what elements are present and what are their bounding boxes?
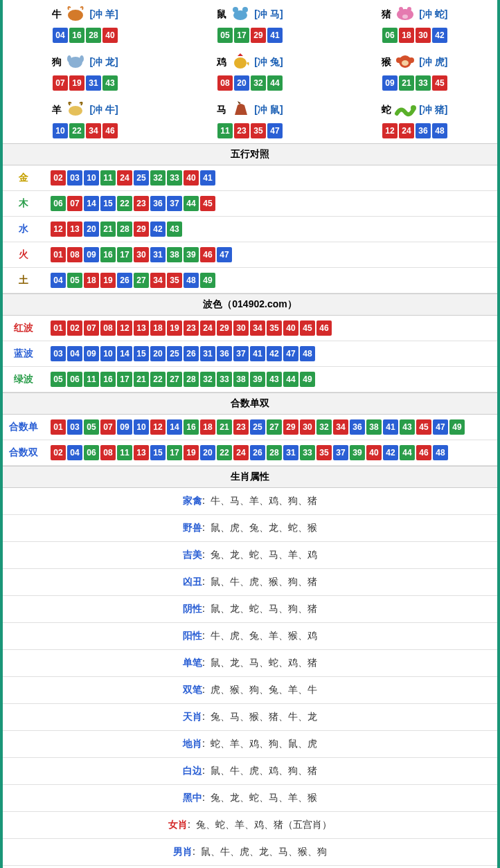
number-ball: 33 (217, 372, 232, 387)
number-ball: 13 (67, 221, 82, 237)
zodiac-conflict: [冲 羊] (89, 8, 118, 21)
zodiac-cell: 鼠 [冲 马] 05172941 (168, 0, 332, 48)
row-label: 水 (3, 217, 44, 242)
zodiac-numbers: 07193143 (3, 75, 168, 91)
number-ball: 33 (300, 445, 315, 460)
number-ball: 04 (67, 445, 82, 460)
row-label: 蓝波 (3, 341, 44, 367)
attr-label: 阴性 (183, 603, 202, 614)
number-ball: 22 (117, 196, 132, 211)
number-ball: 10 (134, 419, 149, 435)
attr-row: 野兽: 鼠、虎、兔、龙、蛇、猴 (3, 515, 497, 542)
number-ball: 06 (84, 445, 99, 460)
number-ball: 22 (217, 445, 232, 460)
attr-row: 阴性: 鼠、龙、蛇、马、狗、猪 (3, 596, 497, 623)
number-ball: 43 (400, 419, 415, 435)
number-ball: 36 (217, 346, 232, 361)
svg-point-10 (80, 55, 84, 62)
number-ball: 03 (51, 346, 66, 361)
number-ball: 43 (102, 75, 118, 91)
number-ball: 44 (267, 75, 283, 91)
number-ball: 41 (200, 170, 215, 186)
svg-point-16 (69, 106, 82, 116)
number-ball: 23 (234, 123, 249, 138)
zodiac-name: 鸡 (217, 56, 226, 69)
zodiac-name: 羊 (52, 104, 62, 116)
attr-row: 凶丑: 鼠、牛、虎、猴、狗、猪 (3, 569, 497, 596)
number-ball: 42 (432, 28, 447, 43)
zodiac-name: 鼠 (217, 8, 226, 21)
zodiac-conflict: [冲 龙] (89, 56, 118, 69)
attr-label: 吉美 (183, 549, 202, 560)
zodiac-conflict: [冲 兔] (254, 56, 283, 69)
number-ball: 45 (416, 419, 431, 435)
attr-label: 家禽 (183, 495, 202, 506)
number-ball: 34 (333, 419, 348, 435)
number-ball: 06 (67, 372, 82, 387)
attr-value: 牛、虎、兔、羊、猴、鸡 (211, 630, 317, 641)
number-ball: 33 (416, 75, 431, 91)
number-ball: 26 (117, 273, 132, 288)
svg-point-0 (68, 10, 83, 21)
rat-icon (229, 4, 251, 24)
attr-value: 兔、龙、蛇、马、羊、猴 (211, 792, 317, 803)
attr-row: 家禽: 牛、马、羊、鸡、狗、猪 (3, 488, 497, 515)
section-header-heshu: 合数单双 (3, 392, 497, 415)
number-ball: 22 (69, 123, 84, 138)
number-ball: 48 (184, 273, 199, 288)
number-ball: 16 (100, 247, 116, 262)
number-ball: 14 (167, 419, 182, 435)
attr-value: 蛇、羊、鸡、狗、鼠、虎 (211, 738, 317, 749)
number-ball: 23 (233, 419, 249, 435)
number-ball: 27 (267, 419, 282, 435)
zodiac-conflict: [冲 蛇] (419, 8, 447, 21)
number-ball: 08 (67, 247, 82, 262)
number-ball: 24 (117, 170, 132, 186)
number-ball: 11 (217, 123, 233, 138)
number-ball: 44 (283, 372, 298, 387)
number-ball: 30 (233, 320, 249, 336)
row-numbers: 0204060811131517192022242628313335373940… (44, 440, 497, 466)
zodiac-cell: 猴 [冲 虎] 09213345 (332, 48, 497, 96)
attr-label: 地肖 (183, 738, 202, 749)
number-ball: 32 (251, 75, 266, 91)
table-row: 蓝波 03040910141520252631363741424748 (3, 341, 497, 367)
number-ball: 37 (167, 196, 182, 211)
zodiac-name: 蛇 (382, 104, 391, 116)
number-ball: 21 (134, 372, 149, 387)
number-ball: 18 (399, 28, 414, 43)
number-ball: 35 (167, 273, 182, 288)
number-ball: 04 (67, 346, 82, 361)
attr-row: 单笔: 鼠、龙、马、蛇、鸡、猪 (3, 650, 497, 677)
zodiac-numbers: 04162840 (3, 27, 168, 44)
number-ball: 19 (69, 75, 84, 91)
number-ball: 11 (84, 372, 99, 387)
number-ball: 42 (383, 445, 398, 460)
zodiac-grid: 牛 [冲 羊] 04162840 鼠 [冲 马] 05172941 猪 [冲 蛇… (3, 0, 497, 143)
number-ball: 35 (267, 320, 282, 336)
number-ball: 27 (167, 372, 182, 387)
number-ball: 02 (67, 320, 82, 336)
table-row: 金 02031011242532334041 (3, 165, 497, 191)
number-ball: 05 (67, 273, 82, 288)
number-ball: 17 (234, 28, 249, 43)
attr-value: 虎、猴、狗、兔、羊、牛 (211, 684, 317, 695)
svg-point-13 (396, 57, 402, 63)
number-ball: 17 (167, 445, 182, 460)
number-ball: 09 (382, 75, 398, 91)
number-ball: 07 (84, 320, 99, 336)
number-ball: 06 (382, 28, 398, 43)
attr-row: 男肖: 鼠、牛、虎、龙、马、猴、狗 (3, 839, 497, 866)
zodiac-numbers: 09213345 (332, 75, 497, 91)
number-ball: 44 (184, 196, 199, 211)
number-ball: 31 (86, 75, 101, 91)
number-ball: 34 (250, 320, 265, 336)
dog-icon (64, 52, 87, 72)
row-numbers: 04051819262734354849 (44, 268, 497, 293)
number-ball: 45 (200, 196, 215, 211)
number-ball: 07 (100, 419, 116, 435)
table-row: 水 1213202128294243 (3, 217, 497, 242)
attr-value: 鼠、牛、虎、龙、马、猴、狗 (201, 846, 327, 857)
number-ball: 04 (53, 28, 68, 43)
row-numbers: 03040910141520252631363741424748 (44, 341, 497, 367)
